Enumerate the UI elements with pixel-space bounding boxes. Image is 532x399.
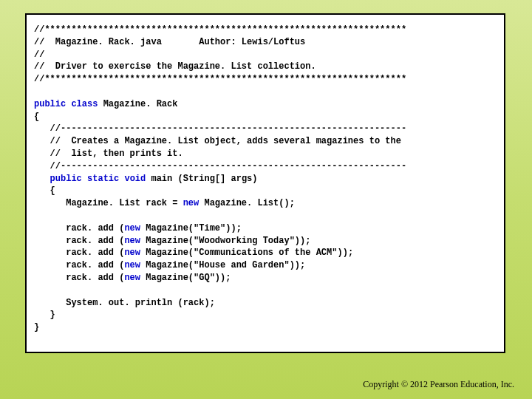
keyword-new: new [124,248,140,258]
add-line: Magazine("Communications of the ACM")); [140,248,353,258]
add-pre: rack. add ( [34,236,124,246]
keyword-public: public [50,174,82,184]
class-name: Magazine. Rack [103,99,178,109]
brace: { [34,185,55,196]
keyword-static: static [87,174,119,184]
keyword-new: new [183,198,200,208]
println-line: System. out. println (rack); [34,298,215,308]
brace: { [34,112,39,122]
add-pre: rack. add ( [34,223,124,233]
add-pre: rack. add ( [34,260,124,270]
line: // Magazine. Rack. java Author: Lewis/Lo… [34,37,305,47]
line: //**************************************… [34,74,406,84]
comment-line: // list, then prints it. [34,149,183,159]
decl-part: Magazine. List(); [199,198,295,208]
main-sig: main (String[] args) [146,174,257,184]
add-pre: rack. add ( [34,273,124,283]
code-listing: //**************************************… [25,13,505,353]
keyword-new: new [124,273,140,283]
comment-line: //--------------------------------------… [34,161,406,171]
keyword-new: new [124,236,140,246]
keyword-new: new [124,223,140,233]
comment-line: // Creates a Magazine. List object, adds… [34,136,401,146]
copyright-notice: Copyright © 2012 Pearson Education, Inc. [363,379,514,390]
keyword-class: class [71,99,98,109]
add-line: Magazine("GQ")); [140,273,231,283]
comment-line: //--------------------------------------… [34,123,406,134]
brace: } [34,322,39,332]
keyword-new: new [124,260,140,270]
add-line: Magazine("Woodworking Today")); [140,236,310,246]
line: // Driver to exercise the Magazine. List… [34,61,316,72]
brace: } [34,310,55,320]
line: //**************************************… [34,24,406,35]
decl-part: Magazine. List rack = [34,198,183,208]
add-line: Magazine("House and Garden")); [140,260,305,270]
line: // [34,50,44,60]
add-pre: rack. add ( [34,248,124,258]
keyword-public: public [34,99,66,109]
keyword-void: void [124,174,146,184]
add-line: Magazine("Time")); [140,223,242,233]
